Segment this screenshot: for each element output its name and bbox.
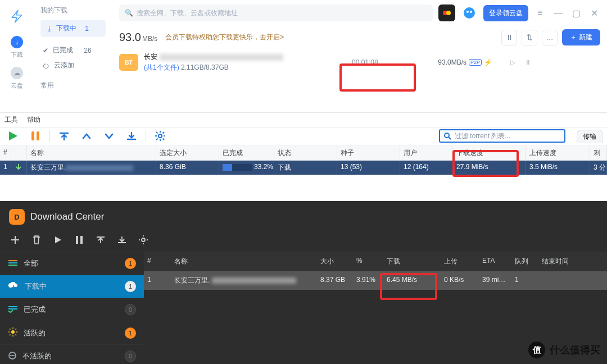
task-name: 长安 [144, 52, 346, 62]
row-remain: 3 分 [590, 161, 607, 175]
drow-name-blur [212, 277, 296, 284]
pause-all-button[interactable]: ⏸ [501, 30, 517, 46]
task-name-blur [160, 54, 283, 61]
task-subinfo: (共1个文件) 2.11GB/8.37GB [144, 63, 346, 72]
bottom-button[interactable] [117, 235, 127, 245]
xunlei-topbar: 🔍 搜索全网、下载、云盘或收藏地址 登录领云盘 ≡ — ▢ ✕ [119, 4, 600, 21]
play-button[interactable] [53, 235, 63, 245]
dcol-q[interactable]: 队列 [511, 252, 538, 271]
app-icon-1[interactable] [438, 4, 455, 21]
drow-num: 1 [144, 271, 171, 290]
row-status-icon [11, 161, 27, 175]
task-elapsed: 00:01:08 [352, 58, 397, 66]
drow-ul: 0 KB/s [441, 271, 479, 290]
svg-marker-5 [9, 131, 17, 140]
dcol-size[interactable]: 大小 [317, 252, 353, 271]
svg-line-39 [10, 335, 11, 336]
dcol-end[interactable]: 结束时间 [538, 252, 607, 271]
progress-bar [223, 164, 252, 171]
dcol-eta[interactable]: ETA [479, 252, 511, 271]
move-top-button[interactable] [56, 129, 73, 143]
qb-columns: # 名称 选定大小 已完成 状态 种子 用户 下载速度 上传速度 剩 [0, 146, 607, 161]
sidebar-item-finished[interactable]: ✔ 已完成 26 [40, 43, 106, 58]
menu-icon[interactable]: ≡ [534, 8, 546, 18]
pause-button[interactable] [27, 129, 44, 143]
side-all[interactable]: 全部 1 [0, 252, 144, 275]
task-pause-icon[interactable]: ⏸ [524, 58, 531, 66]
col-ul[interactable]: 上传速度 [526, 146, 590, 160]
move-down-button[interactable] [101, 129, 117, 143]
side-inactive[interactable]: 不活跃的 0 [0, 345, 144, 364]
sidebar-finished-count: 26 [84, 47, 91, 54]
settings-button[interactable] [152, 129, 169, 143]
side-finished[interactable]: 已完成 0 [0, 298, 144, 321]
drow-pct: 3.91% [353, 271, 383, 290]
delete-button[interactable] [31, 235, 42, 245]
task-files-link[interactable]: (共1个文件) [144, 63, 179, 71]
col-peers[interactable]: 用户 [400, 146, 453, 160]
dc-logo-icon: D [9, 209, 25, 225]
more-button[interactable]: … [542, 30, 558, 46]
watermark: 值 什么值得买 [528, 342, 600, 358]
col-name[interactable]: 名称 [27, 146, 156, 160]
side-downloading[interactable]: 下载中 1 [0, 275, 144, 298]
col-check[interactable] [11, 146, 27, 160]
move-up-button[interactable] [78, 129, 95, 143]
download-center-panel: D Download Center 全部 1 下载中 1 已完成 0 [0, 201, 607, 364]
maximize-icon[interactable]: ▢ [570, 8, 582, 19]
col-status[interactable]: 状态 [274, 146, 337, 160]
svg-rect-20 [76, 236, 78, 244]
qbittorrent-panel: 工具 帮助 过滤 torrent 列表... 传输 # 名称 选定大小 已完成 … [0, 112, 607, 201]
col-dl[interactable]: 下载速度 [453, 146, 526, 160]
start-button[interactable] [4, 129, 21, 143]
top-button[interactable] [96, 235, 106, 245]
task-row[interactable]: BT 长安 (共1个文件) 2.11GB/8.37GB 00:01:08 93.… [119, 52, 600, 72]
rail-cloud[interactable]: ☁ 云盘 [0, 67, 34, 90]
bt-folder-icon: BT [119, 54, 138, 71]
col-done[interactable]: 已完成 [219, 146, 274, 160]
dc-sidebar: 全部 1 下载中 1 已完成 0 活跃的 1 不活跃的 0 [0, 252, 144, 364]
sidebar-item-cloudadd[interactable]: ⭮ 云添加 [40, 58, 106, 73]
rail-download[interactable]: ↓ 下载 [0, 36, 34, 59]
sidebar-cloud-label: 云添加 [54, 61, 74, 70]
tab-transfer[interactable]: 传输 [577, 130, 603, 143]
task-play-icon[interactable]: ▷ [510, 58, 515, 66]
qb-row-1[interactable]: 1 长安三万里. 8.36 GiB 33.2% 下载 13 (53) 12 (1… [0, 161, 607, 175]
svg-point-8 [158, 134, 162, 138]
svg-marker-19 [55, 236, 61, 243]
sidebar-downloading-label: 下载中 [56, 24, 76, 33]
dcol-dl[interactable]: 下载 [383, 252, 441, 271]
dcol-ul[interactable]: 上传 [441, 252, 479, 271]
side-done-badge: 0 [125, 304, 136, 315]
rail-download-label: 下载 [0, 51, 34, 59]
search-input[interactable]: 🔍 搜索全网、下载、云盘或收藏地址 [119, 4, 433, 21]
app-icon-2[interactable] [461, 4, 478, 21]
menu-tools[interactable]: 工具 [4, 115, 18, 125]
close-icon[interactable]: ✕ [588, 8, 600, 19]
download-arrow-icon: ⭳ [46, 25, 53, 33]
add-button[interactable] [10, 235, 20, 245]
new-task-button[interactable]: ＋ 新建 [562, 29, 600, 46]
dcol-pct[interactable]: % [353, 252, 383, 271]
sidebar-item-downloading[interactable]: ⭳ 下载中 1 [40, 20, 106, 37]
minimize-icon[interactable]: — [552, 8, 564, 18]
col-remain[interactable]: 剩 [590, 146, 607, 160]
pause-button-dc[interactable] [74, 235, 84, 245]
filter-input[interactable]: 过滤 torrent 列表... [439, 129, 565, 143]
dcol-num[interactable]: # [144, 252, 171, 271]
col-hash[interactable]: # [0, 146, 11, 160]
drow-q: 1 [511, 271, 538, 290]
menu-help[interactable]: 帮助 [27, 115, 40, 125]
side-all-label: 全部 [24, 258, 38, 269]
settings-button-dc[interactable] [138, 235, 148, 245]
login-button[interactable]: 登录领云盘 [483, 5, 528, 21]
speed-unit: MB/s [142, 35, 157, 43]
vip-hint-link[interactable]: 会员下载特权助您下载更快乐，去开启> [165, 33, 284, 42]
col-size[interactable]: 选定大小 [156, 146, 219, 160]
dcol-name[interactable]: 名称 [171, 252, 317, 271]
dc-row-1[interactable]: 1 长安三万里. 8.37 GB 3.91% 6.45 MB/s 0 KB/s … [144, 271, 607, 290]
move-bottom-button[interactable] [123, 129, 140, 143]
side-active[interactable]: 活跃的 1 [0, 321, 144, 345]
col-seeds[interactable]: 种子 [337, 146, 400, 160]
sort-button[interactable]: ⇅ [522, 30, 537, 46]
